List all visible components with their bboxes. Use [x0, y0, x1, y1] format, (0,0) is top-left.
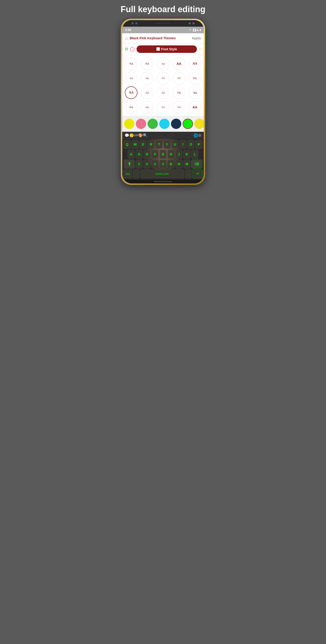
key-a[interactable]: A	[128, 150, 135, 159]
backspace-key[interactable]: ⌫	[191, 160, 202, 168]
space-key[interactable]: ENGLISH	[141, 170, 184, 178]
dot-key-right[interactable]: .	[185, 170, 192, 178]
wifi-icon: ◣	[197, 28, 199, 31]
color-swatch-pink[interactable]	[136, 119, 146, 129]
key-u[interactable]: U	[171, 140, 178, 149]
font-option-15[interactable]: Aa	[189, 86, 201, 99]
shift-key[interactable]: ⬆	[124, 160, 135, 168]
settings-icon[interactable]: ⚙	[198, 133, 201, 138]
color-swatch-cyan[interactable]	[159, 119, 170, 129]
key-v[interactable]: V	[159, 160, 167, 168]
font-style-label: Font Style	[161, 47, 177, 51]
font-option-16[interactable]: Aa	[125, 101, 137, 114]
font-option-19[interactable]: Aa	[173, 101, 185, 114]
app-title: Black Pink Keyboard Themes	[130, 36, 190, 40]
font-option-17[interactable]: Aa	[141, 101, 153, 114]
keyboard-keys: Q W E R T Y U I O P A	[122, 139, 204, 180]
key-p[interactable]: P	[195, 140, 202, 149]
font-option-8[interactable]: Aa	[157, 72, 169, 84]
key-row-1: Q W E R T Y U I O P	[123, 140, 203, 149]
camera-dot-right2	[192, 22, 194, 24]
font-option-6[interactable]: Aa	[125, 72, 137, 84]
key-l[interactable]: L	[191, 150, 198, 159]
camera-dot-left2	[135, 22, 137, 24]
gif-icon[interactable]: GIF	[134, 134, 138, 137]
key-x[interactable]: X	[144, 160, 151, 168]
font-option-1[interactable]: Aa	[125, 57, 137, 70]
color-swatch-yellow[interactable]	[124, 119, 134, 129]
copy-icon[interactable]: ⧉	[125, 46, 128, 52]
font-option-13[interactable]: Aa	[157, 86, 169, 99]
status-bar: 2:28 P ▐▐ ◣ ▮	[122, 27, 204, 33]
key-d[interactable]: D	[144, 150, 151, 159]
camera-dot-left1	[132, 22, 134, 24]
key-z[interactable]: Z	[136, 160, 143, 168]
font-option-5[interactable]: AA	[189, 57, 201, 70]
key-j[interactable]: J	[175, 150, 182, 159]
font-option-7[interactable]: Aa	[141, 72, 153, 84]
font-option-20[interactable]: AA	[189, 101, 201, 114]
key-w[interactable]: W	[132, 140, 139, 149]
status-time: 2:28	[125, 28, 131, 32]
key-b[interactable]: B	[167, 160, 174, 168]
camera-dot-right1	[189, 22, 191, 24]
enter-key[interactable]: ↵	[192, 170, 203, 178]
key-row-3: ⬆ Z X C V B N M ⌫	[123, 160, 203, 168]
color-swatch-darkblue[interactable]	[171, 119, 181, 129]
key-row-2: A S D F G H J K L	[123, 150, 203, 159]
search-icon[interactable]: 🔍	[143, 133, 148, 138]
font-option-10[interactable]: Aa	[189, 72, 201, 84]
font-option-14[interactable]: Aa	[173, 86, 185, 99]
color-strip	[122, 116, 204, 132]
num-key[interactable]: 123	[123, 170, 132, 178]
home-icon[interactable]: ⌂	[125, 36, 128, 41]
dot-key-left[interactable]: .	[133, 170, 140, 178]
key-f[interactable]: F	[152, 150, 159, 159]
apply-button[interactable]: Apply	[192, 36, 201, 40]
key-g[interactable]: G	[159, 150, 167, 159]
font-option-11[interactable]: AA	[125, 86, 137, 99]
key-h[interactable]: H	[167, 150, 174, 159]
key-q[interactable]: Q	[124, 140, 131, 149]
font-option-12[interactable]: Aa	[141, 86, 153, 99]
key-k[interactable]: K	[183, 150, 190, 159]
font-option-18[interactable]: Aa	[157, 101, 169, 114]
key-s[interactable]: S	[136, 150, 143, 159]
app-header: ⌂ Black Pink Keyboard Themes Apply	[122, 33, 204, 44]
key-o[interactable]: O	[187, 140, 194, 149]
home-indicator	[154, 181, 172, 182]
palette-icon[interactable]: 🎨	[138, 133, 143, 138]
font-toolbar: ⧉ ◯ 🅰 Font Style ♪	[122, 44, 204, 55]
color-swatch-lightyellow[interactable]	[194, 119, 204, 129]
font-option-2[interactable]: Aa	[141, 57, 153, 70]
battery-icon: ▮	[200, 28, 201, 31]
keyboard-toolbar: 💬 🙂 GIF 🎨 🔍 🌐 ⚙	[122, 132, 204, 139]
font-option-9[interactable]: Aa	[173, 72, 185, 84]
music-icon[interactable]: ♪	[199, 46, 201, 52]
font-style-button[interactable]: 🅰 Font Style	[137, 46, 197, 53]
phone-camera-bar	[122, 20, 204, 27]
font-option-4[interactable]: AA	[173, 57, 185, 70]
page-headline: Full keyboard editing	[121, 5, 205, 14]
key-y[interactable]: Y	[163, 140, 170, 149]
color-swatch-green[interactable]	[148, 119, 158, 129]
emoji-icon[interactable]: 🙂	[129, 133, 134, 138]
signal-icon: ▐▐	[192, 28, 196, 31]
globe-icon[interactable]: 🌐	[193, 133, 198, 138]
keyboard-area: 💬 🙂 GIF 🎨 🔍 🌐 ⚙ Q W	[122, 132, 204, 180]
speaker-slot	[156, 23, 170, 24]
key-n[interactable]: N	[175, 160, 182, 168]
chat-icon[interactable]: 💬	[125, 133, 129, 138]
key-i[interactable]: I	[179, 140, 186, 149]
key-m[interactable]: M	[183, 160, 190, 168]
font-grid: Aa Aa Aa AA AA Aa Aa Aa Aa Aa AA Aa Aa A…	[122, 55, 204, 116]
phone-frame: 2:28 P ▐▐ ◣ ▮ ⌂ Black Pink Keyboard Them…	[121, 19, 205, 185]
key-r[interactable]: R	[148, 140, 155, 149]
key-t[interactable]: T	[156, 140, 163, 149]
font-style-icon: 🅰	[156, 47, 160, 51]
key-c[interactable]: C	[152, 160, 159, 168]
font-option-3[interactable]: Aa	[157, 57, 169, 70]
key-e[interactable]: E	[140, 140, 147, 149]
circle-icon[interactable]: ◯	[130, 46, 135, 52]
color-swatch-brightgreen[interactable]	[183, 119, 193, 129]
